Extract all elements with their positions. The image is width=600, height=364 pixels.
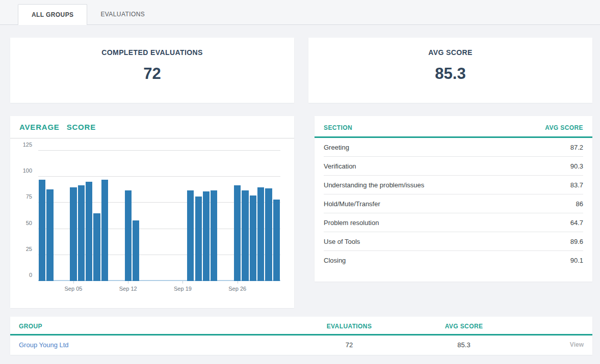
- section-avg-score: 90.1: [570, 257, 583, 264]
- group-table: GROUP EVALUATIONS AVG SCORE Group Young …: [10, 317, 592, 355]
- section-table-row: Verification90.3: [324, 157, 583, 176]
- section-name: Use of Tools: [324, 238, 360, 245]
- section-table-row: Understanding the problem/issues83.7: [324, 176, 583, 194]
- avg-score-value: 85.3: [308, 65, 592, 83]
- x-axis-label: Sep 19: [174, 286, 192, 292]
- view-link[interactable]: View: [528, 341, 584, 348]
- chart-bar: [125, 190, 132, 281]
- section-table-row: Greeting87.2: [324, 138, 583, 157]
- section-avg-score: 86: [576, 200, 583, 208]
- x-axis-tick: [128, 281, 128, 284]
- group-name-link[interactable]: Group Young Ltd: [19, 341, 298, 349]
- section-avg-score: 64.7: [570, 219, 583, 227]
- section-name: Hold/Mute/Transfer: [324, 200, 380, 208]
- group-table-body: Group Young Ltd7285.3View: [10, 335, 592, 354]
- chart-bar: [234, 185, 241, 281]
- x-axis-label: Sep 12: [119, 286, 137, 292]
- average-score-chart-card: AVERAGE SCORE 0255075100125Sep 05Sep 12S…: [10, 116, 294, 308]
- chart-title: AVERAGE SCORE: [19, 123, 96, 131]
- gridline-125: [38, 150, 280, 151]
- chart-bar: [250, 195, 256, 281]
- tab-all-groups[interactable]: ALL GROUPS: [18, 4, 87, 25]
- chart-bar: [86, 182, 92, 281]
- section-name: Problem resolution: [324, 219, 379, 227]
- tab-bar: ALL GROUPS EVALUATIONS: [0, 0, 600, 25]
- group-table-header: GROUP EVALUATIONS AVG SCORE: [10, 317, 592, 335]
- chart-bar: [195, 197, 202, 281]
- y-axis-label-125: 125: [12, 142, 32, 148]
- bar-chart: 0255075100125Sep 05Sep 12Sep 19Sep 26: [10, 138, 294, 307]
- x-axis-tick: [182, 281, 183, 284]
- section-table-row: Problem resolution64.7: [324, 213, 583, 232]
- tab-evaluations[interactable]: EVALUATIONS: [87, 4, 158, 24]
- chart-bar: [93, 213, 100, 281]
- y-axis-label-100: 100: [12, 167, 32, 174]
- gridline-100: [38, 176, 280, 177]
- chart-header: AVERAGE SCORE: [10, 116, 294, 138]
- group-avg-score-column-header: AVG SCORE: [400, 323, 528, 330]
- group-evaluations-count: 72: [298, 341, 400, 349]
- evaluations-column-header: EVALUATIONS: [298, 323, 400, 330]
- section-name: Greeting: [324, 144, 349, 151]
- chart-bar: [265, 188, 272, 281]
- chart-bar: [257, 187, 264, 281]
- section-avg-score: 87.2: [570, 144, 583, 151]
- chart-bar: [187, 190, 194, 281]
- chart-bar: [203, 191, 210, 281]
- section-avg-score-column-header: AVG SCORE: [545, 124, 583, 131]
- avg-score-card: AVG SCORE 85.3: [308, 38, 592, 103]
- chart-bar: [133, 220, 139, 281]
- chart-plot-area: 0255075100125Sep 05Sep 12Sep 19Sep 26: [38, 151, 280, 281]
- section-table-header: SECTION AVG SCORE: [315, 116, 592, 138]
- section-score-table: SECTION AVG SCORE Greeting87.2Verificati…: [315, 116, 592, 282]
- group-column-header: GROUP: [19, 323, 298, 330]
- chart-bar: [273, 200, 280, 281]
- section-avg-score: 89.6: [570, 238, 583, 245]
- group-table-row: Group Young Ltd7285.3View: [10, 335, 592, 354]
- section-table-row: Hold/Mute/Transfer86: [324, 194, 583, 213]
- section-table-body: Greeting87.2Verification90.3Understandin…: [315, 138, 592, 270]
- x-axis-tick: [73, 281, 74, 284]
- group-avg-score: 85.3: [400, 341, 528, 349]
- main-content: COMPLETED EVALUATIONS 72 AVG SCORE 85.3 …: [0, 38, 600, 355]
- chart-bar: [46, 189, 53, 281]
- x-axis-label: Sep 26: [228, 286, 246, 292]
- chart-bar: [78, 185, 85, 281]
- y-axis-label-50: 50: [12, 220, 32, 226]
- x-axis-tick: [238, 281, 238, 284]
- section-name: Understanding the problem/issues: [324, 181, 424, 189]
- completed-evaluations-card: COMPLETED EVALUATIONS 72: [10, 38, 294, 103]
- section-name: Verification: [324, 162, 356, 170]
- section-avg-score: 90.3: [570, 162, 583, 170]
- avg-score-title: AVG SCORE: [308, 48, 592, 57]
- y-axis-label-0: 0: [12, 272, 32, 278]
- y-axis-label-25: 25: [12, 246, 32, 252]
- section-avg-score: 83.7: [570, 181, 583, 189]
- chart-bar: [211, 190, 217, 281]
- y-axis-label-75: 75: [12, 193, 32, 200]
- section-column-header: SECTION: [324, 124, 352, 131]
- chart-bar: [39, 180, 45, 281]
- section-table-row: Closing90.1: [324, 251, 583, 270]
- chart-bar: [70, 187, 76, 281]
- completed-evaluations-value: 72: [10, 65, 294, 83]
- section-name: Closing: [324, 257, 346, 264]
- x-axis-label: Sep 05: [65, 286, 83, 292]
- chart-bar: [101, 180, 108, 281]
- chart-bar: [242, 190, 248, 281]
- completed-evaluations-title: COMPLETED EVALUATIONS: [10, 48, 294, 57]
- section-table-row: Use of Tools89.6: [324, 232, 583, 251]
